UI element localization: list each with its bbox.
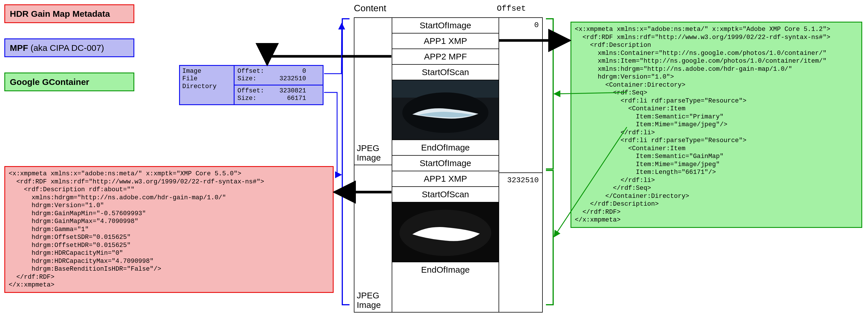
row-app1-xmp-1: APP1 XMP: [392, 171, 499, 187]
row-end-of-image-1: EndOfImage: [392, 262, 499, 277]
row-app2-mpf: APP2 MPF: [392, 49, 499, 65]
legend-hdr-gain-map: HDR Gain Map Metadata: [4, 4, 134, 23]
row-start-of-image-0: StartOfImage: [392, 18, 499, 33]
mpf-table-caption: Image File Directory: [180, 66, 235, 104]
offset-gainmap: 3232510: [499, 173, 542, 312]
file-layout-table: JPEG Image JPEG Image StartOfImage APP1 …: [354, 17, 543, 313]
offset-primary: 0: [499, 18, 542, 173]
legend-mpf-bold: MPF: [10, 43, 28, 53]
primary-image-preview: [392, 80, 499, 140]
row-end-of-image-0: EndOfImage: [392, 140, 499, 156]
gainmap-image-preview: [392, 202, 499, 262]
gcontainer-xmp: <x:xmpmeta xmlns:x="adobe:ns:meta/" x:xm…: [570, 22, 862, 228]
legend-hdr-label: HDR Gain Map Metadata: [10, 9, 110, 19]
row-start-of-scan-0: StartOfScan: [392, 65, 499, 80]
heading-content: Content: [354, 3, 386, 13]
mpf-entry-1: Offset: 3230821 Size: 66171: [235, 85, 323, 104]
jpeg-label-gainmap: JPEG Image: [357, 291, 392, 310]
row-start-of-image-1: StartOfImage: [392, 156, 499, 171]
heading-offset: Offset: [497, 4, 526, 13]
row-start-of-scan-1: StartOfScan: [392, 187, 499, 202]
legend-gcontainer-label: Google GContainer: [10, 77, 89, 87]
jpeg-label-primary: JPEG Image: [357, 143, 392, 162]
mpf-image-file-directory: Image File Directory Offset: 0 Size: 323…: [179, 65, 323, 105]
legend-gcontainer: Google GContainer: [4, 72, 134, 91]
legend-mpf: MPF (aka CIPA DC-007): [4, 38, 134, 57]
row-app1-xmp-0: APP1 XMP: [392, 33, 499, 49]
hdr-gain-map-xmp: <x:xmpmeta xmlns:x="adobe:ns:meta/" x:xm…: [4, 166, 334, 293]
mpf-entry-0: Offset: 0 Size: 3232510: [235, 66, 323, 85]
legend-mpf-rest: (aka CIPA DC-007): [28, 43, 104, 53]
